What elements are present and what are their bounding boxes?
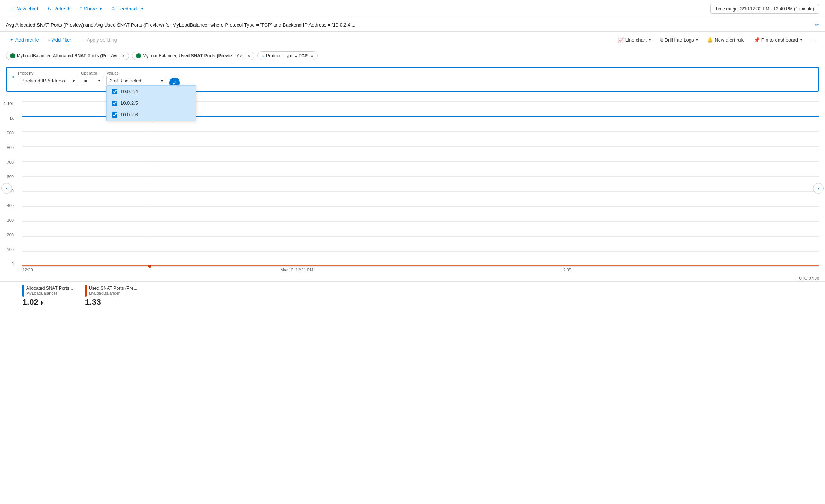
- add-metric-button[interactable]: ✦ Add metric: [6, 36, 42, 44]
- checkbox-0[interactable]: [112, 89, 117, 94]
- operator-value: =: [84, 78, 87, 84]
- pill-protocol[interactable]: ⬦ Protocol Type = TCP ×: [257, 51, 318, 60]
- x-label-2: 12:35: [561, 268, 571, 272]
- checkbox-2[interactable]: [112, 112, 117, 118]
- dropdown-item-2[interactable]: 10.0.2.6: [107, 109, 196, 121]
- drill-icon: ⧉: [660, 37, 663, 43]
- feedback-button[interactable]: ☺ Feedback ▾: [107, 4, 147, 13]
- filter-pills-row: MyLoadBalancer, Allocated SNAT Ports (Pr…: [0, 48, 825, 63]
- legend-name-1: Used SNAT Ports (Pre...: [89, 286, 138, 291]
- chart-svg: [22, 101, 819, 266]
- edit-title-icon[interactable]: ✏: [815, 22, 819, 28]
- dropdown-item-0[interactable]: 10.0.2.4: [107, 86, 196, 97]
- ellipsis-icon: ···: [810, 36, 816, 43]
- new-alert-label: New alert rule: [714, 37, 744, 43]
- property-dropdown[interactable]: Backend IP Address ▾: [18, 76, 78, 85]
- property-chevron: ▾: [73, 79, 75, 83]
- legend: Allocated SNAT Ports... MyLoadBalancer 1…: [0, 281, 825, 312]
- drill-chevron: ▾: [696, 38, 698, 42]
- plus-icon: ＋: [10, 6, 15, 12]
- legend-item-1: Used SNAT Ports (Pre... MyLoadBalancer 1…: [85, 285, 138, 307]
- option-label-1: 10.0.2.5: [120, 100, 138, 106]
- pill-allocated[interactable]: MyLoadBalancer, Allocated SNAT Ports (Pr…: [6, 52, 129, 60]
- values-label: Values: [106, 71, 166, 75]
- legend-text-0: Allocated SNAT Ports... MyLoadBalancer: [26, 286, 73, 295]
- chevron-right-icon: ›: [818, 185, 819, 191]
- y-label-11: 0: [12, 262, 14, 266]
- values-col: Values 3 of 3 selected ▾ 10.0.2.4 10.0.2…: [106, 71, 166, 85]
- refresh-button[interactable]: ↻ Refresh: [44, 4, 75, 13]
- add-filter-label: Add filter: [52, 37, 71, 43]
- time-range-button[interactable]: Time range: 3/10 12:30 PM - 12:40 PM (1 …: [710, 4, 819, 14]
- option-label-0: 10.0.2.4: [120, 89, 138, 94]
- pin-icon: 📌: [754, 37, 760, 43]
- add-metric-icon: ✦: [10, 37, 14, 43]
- apply-splitting-label: Apply splitting: [87, 37, 117, 43]
- y-label-4: 700: [7, 160, 14, 164]
- y-label-1: 1k: [9, 116, 14, 121]
- line-chart-chevron: ▾: [649, 38, 651, 42]
- funnel-icon: ⬦: [262, 53, 265, 58]
- line-chart-button[interactable]: 📈 Line chart ▾: [614, 36, 655, 44]
- values-chevron: ▾: [161, 79, 163, 83]
- legend-value-1: 1.33: [85, 297, 138, 307]
- pill-protocol-text: Protocol Type = TCP: [266, 53, 308, 58]
- refresh-icon: ↻: [48, 6, 52, 12]
- add-filter-button[interactable]: ⬦ Add filter: [44, 36, 75, 44]
- add-metric-label: Add metric: [15, 37, 39, 43]
- filter-editor-icon: ⬦: [11, 73, 15, 80]
- chart-wrap: 1.10k 1k 900 800 700 600 500 400 300 200…: [22, 101, 819, 281]
- new-chart-button[interactable]: ＋ New chart: [6, 4, 42, 14]
- top-toolbar: ＋ New chart ↻ Refresh ⤴ Share ▾ ☺ Feedba…: [0, 0, 825, 18]
- legend-unit-0: k: [41, 300, 43, 306]
- alert-icon: 🔔: [707, 37, 713, 43]
- legend-label-row-1: Used SNAT Ports (Pre... MyLoadBalancer: [85, 285, 138, 297]
- dropdown-item-1[interactable]: 10.0.2.5: [107, 97, 196, 109]
- legend-name-0: Allocated SNAT Ports...: [26, 286, 73, 291]
- pill-allocated-icon: [10, 53, 15, 58]
- pill-protocol-close[interactable]: ×: [311, 53, 314, 58]
- legend-text-1: Used SNAT Ports (Pre... MyLoadBalancer: [89, 286, 138, 295]
- y-label-2: 900: [7, 131, 14, 135]
- share-icon: ⤴: [79, 6, 82, 12]
- chart-title: Avg Allocated SNAT Ports (Preview) and A…: [6, 22, 812, 28]
- pill-used[interactable]: MyLoadBalancer, Used SNAT Ports (Previe.…: [132, 52, 254, 60]
- drill-into-logs-button[interactable]: ⧉ Drill into Logs ▾: [656, 36, 702, 45]
- pill-used-icon: [136, 53, 141, 58]
- option-label-2: 10.0.2.6: [120, 112, 138, 118]
- x-label-1: Mar 10 12:31 PM: [281, 268, 313, 272]
- property-col: Property Backend IP Address ▾: [18, 71, 78, 85]
- filter-icon: ⬦: [48, 37, 51, 43]
- share-button[interactable]: ⤴ Share ▾: [76, 4, 105, 13]
- utc-label: UTC-07:00: [799, 276, 819, 280]
- pill-allocated-close[interactable]: ×: [122, 53, 125, 58]
- values-dropdown[interactable]: 3 of 3 selected ▾: [106, 76, 166, 85]
- pill-used-text: MyLoadBalancer, Used SNAT Ports (Previe.…: [143, 53, 244, 58]
- y-label-0: 1.10k: [4, 101, 14, 106]
- nav-left-button[interactable]: ‹: [1, 183, 12, 194]
- pill-used-close[interactable]: ×: [247, 53, 250, 58]
- pin-to-dashboard-button[interactable]: 📌 Pin to dashboard ▾: [750, 36, 806, 44]
- property-label: Property: [18, 71, 78, 75]
- legend-bar-1: [85, 285, 87, 297]
- x-label-0: 12:30: [22, 268, 33, 272]
- split-icon: ⋯: [80, 37, 85, 43]
- legend-sub-1: MyLoadBalancer: [89, 291, 138, 295]
- feedback-label: Feedback: [117, 6, 139, 12]
- y-label-3: 800: [7, 145, 14, 150]
- operator-dropdown[interactable]: = ▾: [81, 76, 103, 85]
- y-label-5: 600: [7, 174, 14, 179]
- property-value: Backend IP Address: [21, 78, 65, 84]
- y-label-8: 300: [7, 218, 14, 222]
- more-options-button[interactable]: ···: [807, 34, 819, 45]
- legend-bar-0: [22, 285, 24, 297]
- checkbox-1[interactable]: [112, 101, 117, 106]
- apply-splitting-button[interactable]: ⋯ Apply splitting: [76, 36, 120, 44]
- filter-fields: Property Backend IP Address ▾ Operator =…: [18, 71, 166, 85]
- values-summary: 3 of 3 selected: [110, 78, 142, 84]
- nav-right-button[interactable]: ›: [813, 183, 824, 194]
- share-chevron: ▾: [100, 7, 102, 11]
- legend-item-0: Allocated SNAT Ports... MyLoadBalancer 1…: [22, 285, 73, 307]
- new-alert-rule-button[interactable]: 🔔 New alert rule: [703, 36, 748, 44]
- legend-label-row-0: Allocated SNAT Ports... MyLoadBalancer: [22, 285, 73, 297]
